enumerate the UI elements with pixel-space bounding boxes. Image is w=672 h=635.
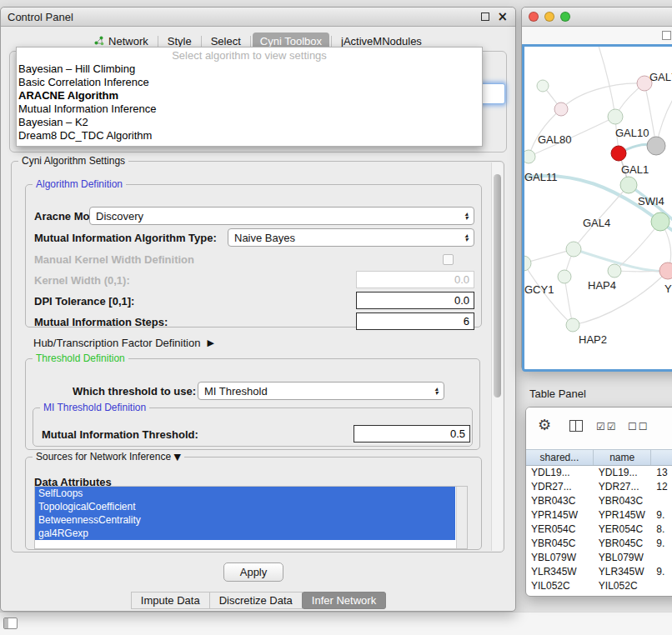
manual-kernel-label: Manual Kernel Width Definition (34, 253, 194, 266)
table-cell: YBR043C (526, 494, 594, 508)
close-window-icon[interactable]: × (497, 11, 508, 22)
algorithm-option[interactable]: Mutual Information Inference (17, 102, 482, 116)
kernel-width-input[interactable] (356, 271, 474, 288)
tab-separator (201, 36, 202, 47)
dropdown-placeholder: Select algorithm to view settings (17, 49, 482, 62)
window-buttons: × (481, 11, 508, 22)
table-cell: YPR145W (526, 508, 594, 522)
attribute-list-scrollbar[interactable] (456, 487, 467, 548)
network-node[interactable] (524, 150, 535, 163)
table-cell: YDR27... (526, 480, 594, 494)
hub-definition-label: Hub/Transcription Factor Definition (33, 337, 200, 349)
column-header[interactable]: name (594, 450, 651, 465)
table-row[interactable]: YPR145WYPR145W9. (526, 508, 672, 522)
algorithm-option[interactable]: Bayesian – Hill Climbing (17, 62, 482, 76)
table-cell (651, 494, 672, 508)
bottom-tab-infer-network[interactable]: Infer Network (302, 592, 386, 609)
float-window-icon[interactable] (481, 12, 489, 21)
network-node[interactable] (554, 102, 568, 116)
table-row[interactable]: YBL079WYBL079W (526, 551, 672, 565)
scrollbar-thumb[interactable] (494, 174, 501, 398)
attribute-list-item[interactable]: gal4RGexp (35, 527, 455, 540)
table-cell: YDR27... (594, 480, 651, 494)
table-row[interactable]: YDR27...YDR27...12 (526, 480, 672, 494)
table-row[interactable]: YDL19...YDL19...13 (526, 466, 672, 480)
table-cell: YBR045C (594, 537, 651, 551)
bottom-tab-impute-data[interactable]: Impute Data (131, 592, 210, 609)
mi-type-select[interactable]: Naive Bayes ▴▾ (228, 228, 474, 247)
which-threshold-select[interactable]: MI Threshold ▴▾ (198, 382, 444, 400)
dpi-tolerance-input[interactable] (356, 292, 474, 309)
table-cell (651, 579, 672, 593)
algorithm-option[interactable]: Bayesian – K2 (17, 116, 482, 129)
algorithm-option[interactable]: Dream8 DC_TDC Algorithm (17, 129, 482, 142)
chevron-right-icon: ▶ (207, 338, 213, 348)
table-row[interactable]: YIL052CYIL052C (526, 579, 672, 593)
network-node[interactable] (558, 270, 571, 283)
column-header[interactable] (651, 450, 672, 465)
tab-label: jActiveMNodules (341, 35, 422, 48)
table-cell: 9. (651, 537, 672, 551)
table-cell: 13 (651, 466, 672, 480)
node-label: HAP2 (579, 333, 607, 346)
tab-separator (250, 36, 251, 47)
traffic-lights (529, 12, 570, 22)
restore-panel-icon[interactable] (3, 618, 18, 629)
algorithm-option[interactable]: Basic Correlation Inference (17, 76, 482, 89)
algorithm-option[interactable]: ARACNE Algorithm (17, 89, 482, 102)
network-node[interactable] (524, 256, 531, 271)
node-label: HAP4 (588, 279, 616, 292)
bottom-tab-discretize-data[interactable]: Discretize Data (209, 592, 303, 609)
attribute-list-item[interactable]: TopologicalCoefficient (35, 500, 455, 513)
table-row[interactable]: YLR345WYLR345W9. (526, 565, 672, 579)
attribute-list-item[interactable]: BetweennessCentrality (35, 513, 455, 527)
deselect-all-checkboxes-icon[interactable]: ☐☐ (628, 421, 649, 432)
attribute-list[interactable]: SelfLoopsTopologicalCoefficientBetweenne… (34, 486, 468, 549)
table-cell: YDL19... (594, 466, 651, 480)
toolbar-button[interactable] (662, 31, 671, 40)
manual-kernel-checkbox[interactable] (443, 254, 454, 265)
aracne-mode-select[interactable]: Discovery ▴▾ (89, 207, 474, 225)
kernel-width-label: Kernel Width (0,1): (34, 274, 130, 287)
mi-threshold-label: Mutual Information Threshold: (42, 428, 198, 441)
network-node[interactable] (608, 109, 623, 124)
apply-button[interactable]: Apply (223, 562, 283, 582)
network-node[interactable] (651, 212, 669, 231)
network-node[interactable] (566, 242, 581, 257)
network-node[interactable] (620, 177, 637, 193)
node-label: GAL4 (583, 217, 610, 229)
network-node[interactable] (608, 264, 621, 278)
hub-definition-toggle[interactable]: Hub/Transcription Factor Definition ▶ (33, 337, 214, 349)
tab-separator (158, 36, 158, 47)
network-node[interactable] (537, 80, 549, 92)
settings-scrollbar[interactable] (491, 162, 503, 551)
table-row[interactable]: YBR043CYBR043C (526, 494, 672, 508)
close-traffic-icon[interactable] (529, 12, 539, 22)
cyni-settings-group: Cyni Algorithm Settings Algorithm Defini… (11, 161, 504, 552)
table-row[interactable]: YER054CYER054C8. (526, 522, 672, 537)
node-label: GAL10 (615, 127, 649, 139)
network-node[interactable] (647, 137, 665, 155)
column-header[interactable]: shared... (526, 450, 594, 465)
columns-icon[interactable] (569, 420, 583, 432)
chevron-down-icon[interactable]: ▼ (173, 452, 180, 462)
network-window-titlebar[interactable] (522, 8, 672, 27)
dpi-tolerance-label: DPI Tolerance [0,1]: (34, 295, 134, 308)
network-node[interactable] (611, 146, 626, 161)
table-header-row: shared...name (526, 449, 672, 466)
minimize-traffic-icon[interactable] (544, 12, 554, 22)
network-canvas[interactable]: GAL7GAL80GAL10GAL11GAL1SWI4GAL4GCY1HAP4H… (522, 44, 672, 372)
mi-threshold-group-title: MI Threshold Definition (40, 402, 149, 413)
table-cell: YIL052C (526, 579, 594, 593)
mi-steps-input[interactable] (356, 312, 474, 330)
gear-icon[interactable]: ⚙ (538, 416, 551, 433)
zoom-traffic-icon[interactable] (560, 12, 570, 22)
select-all-checkboxes-icon[interactable]: ☑☑ (596, 421, 618, 432)
control-panel-titlebar[interactable]: Control Panel × (1, 8, 515, 27)
table-row[interactable]: YBR045CYBR045C9. (526, 537, 672, 551)
settings-group-title: Cyni Algorithm Settings (18, 155, 128, 167)
network-node[interactable] (566, 318, 579, 332)
network-node[interactable] (659, 262, 672, 279)
mi-threshold-input[interactable] (354, 425, 470, 442)
attribute-list-item[interactable]: SelfLoops (35, 487, 455, 500)
